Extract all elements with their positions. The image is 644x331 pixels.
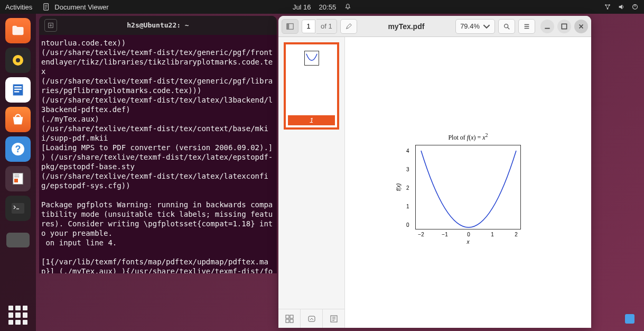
svg-rect-9 [14,89,22,90]
dock-drive[interactable] [6,233,30,247]
zoom-value: 79.4% [460,22,480,30]
show-applications[interactable] [8,306,27,325]
xtick: −1 [442,232,447,237]
terminal-window: h2s@Ubuntu22: ~ ntourlua.code.tex)) (/us… [39,16,277,273]
terminal-titlebar[interactable]: h2s@Ubuntu22: ~ [39,16,277,35]
page-selector: of 1 [302,19,337,34]
view-outline[interactable] [301,309,323,328]
svg-rect-26 [309,316,315,321]
terminal-title: h2s@Ubuntu22: ~ [127,21,189,30]
zoom-dropdown[interactable]: 79.4% [455,19,495,34]
dv-view-switcher [278,309,344,328]
dock-help[interactable]: ? [5,136,31,162]
top-bar: Activities Document Viewer Jul 16 20:55 [0,0,644,14]
annotate-button[interactable] [340,19,357,34]
dv-canvas[interactable]: Plot of f(x) = x2 f(x) x 0 1 2 3 4 −2 −1 [345,37,591,328]
menu-button[interactable] [518,19,535,34]
page-input[interactable] [302,20,315,33]
clock[interactable]: Jul 16 20:55 [293,3,351,11]
thumbnail-preview [304,51,319,66]
svg-rect-8 [14,86,22,87]
dock-terminal[interactable] [5,196,31,221]
svg-rect-25 [290,319,293,323]
svg-rect-20 [562,24,566,29]
terminal-output[interactable]: ntourlua.code.tex)) (/usr/share/texlive/… [39,35,277,273]
thumbnail-label: 1 [288,115,335,125]
volume-icon [618,3,625,11]
xtick: 1 [491,232,494,237]
new-tab-button[interactable] [44,19,57,32]
xtick: 2 [515,232,518,237]
dock-document-viewer[interactable] [5,166,31,191]
dock-rhythmbox[interactable] [5,48,31,73]
chart: Plot of f(x) = x2 f(x) x 0 1 2 3 4 −2 −1 [407,132,529,229]
document-icon [43,3,50,11]
close-button[interactable] [574,20,588,33]
time-label: 20:55 [319,3,337,11]
system-tray[interactable] [604,3,639,11]
xtick: 0 [467,232,470,237]
ytick: 0 [406,222,409,228]
app-name: Document Viewer [54,3,108,11]
svg-rect-18 [287,23,289,29]
ytick: 4 [406,148,409,154]
maximize-button[interactable] [557,20,571,33]
view-thumbnails[interactable] [278,309,301,328]
ytick: 2 [406,185,409,191]
svg-rect-15 [12,203,24,214]
xtick: −2 [418,232,424,237]
date-label: Jul 16 [293,3,311,11]
y-axis-label: f(x) [396,183,402,191]
chat-indicator[interactable] [625,314,634,324]
bell-icon [344,3,351,11]
chart-line [416,145,521,230]
power-icon [631,3,639,11]
document-title: myTex.pdf [360,22,452,31]
chevron-down-icon [483,23,490,30]
svg-rect-22 [286,315,289,318]
svg-point-6 [16,58,20,62]
thumbnail-page-1[interactable]: 1 [284,42,339,130]
chart-axes: f(x) x 0 1 2 3 4 −2 −1 0 1 2 [415,145,521,229]
x-axis-label: x [467,239,470,245]
dv-sidebar: 1 [278,37,345,328]
svg-rect-21 [305,51,319,65]
svg-rect-24 [286,319,289,323]
app-indicator[interactable]: Document Viewer [43,3,108,11]
dock-software[interactable] [5,107,31,132]
svg-rect-14 [14,179,18,182]
view-annotations[interactable] [323,309,344,328]
chart-title: Plot of f(x) = x2 [407,132,529,142]
activities-button[interactable]: Activities [5,3,32,11]
minimize-button[interactable] [540,20,554,33]
page-count: of 1 [316,19,337,34]
svg-rect-23 [290,315,293,318]
ytick: 3 [406,167,409,172]
ytick: 1 [406,204,409,209]
dock-libreoffice-writer[interactable] [5,77,31,103]
dock: ? [0,14,36,331]
svg-point-19 [505,24,508,27]
document-viewer-window: of 1 myTex.pdf 79.4% 1 [278,16,591,328]
search-button[interactable] [498,19,515,34]
dock-files[interactable] [5,18,31,43]
toggle-sidebar-button[interactable] [282,19,298,34]
network-icon [604,3,611,11]
svg-text:?: ? [15,144,21,154]
pdf-page: Plot of f(x) = x2 f(x) x 0 1 2 3 4 −2 −1 [345,37,591,251]
svg-rect-10 [14,91,19,92]
dv-headerbar: of 1 myTex.pdf 79.4% [278,16,591,37]
